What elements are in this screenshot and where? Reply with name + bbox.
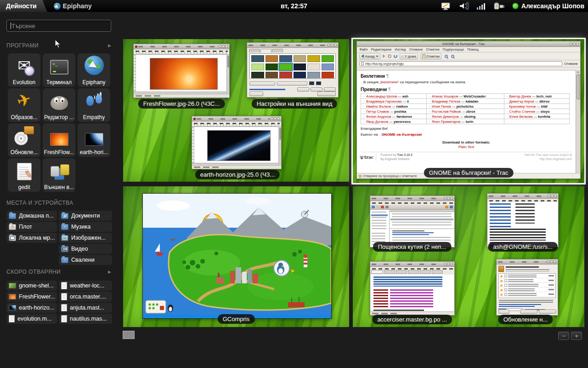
app-tile[interactable]: Обновле... xyxy=(8,123,40,157)
translator-name: Владимир Петков xyxy=(432,99,465,104)
expand-arrow-icon[interactable]: ▶ xyxy=(108,270,111,274)
app-label: Терминал xyxy=(46,79,72,86)
translator-cell: → Петър Славов peshka xyxy=(361,109,427,114)
window-buttons xyxy=(547,260,556,263)
window-gedit-po-file[interactable] xyxy=(370,261,455,316)
wallpaper-thumbnail xyxy=(322,55,334,62)
place-label: Документи xyxy=(71,213,110,219)
download-block: Download in other formats: Plain Text xyxy=(361,140,572,149)
recent-item[interactable]: earth-horizo... xyxy=(6,303,57,313)
recent-item[interactable]: orca.master.... xyxy=(59,292,112,302)
window-appearance-settings[interactable] xyxy=(247,42,339,98)
wallpaper-thumbnail xyxy=(294,72,306,79)
app-tile[interactable]: gedit xyxy=(8,158,40,192)
mouse-cursor xyxy=(55,39,62,49)
app-tile[interactable]: Образов... xyxy=(8,88,40,122)
statusbar xyxy=(134,94,229,98)
window-epiphany-trac[interactable]: GNOME на български! - Trac ФайлРедактира… xyxy=(356,41,581,179)
place-item[interactable]: Плот xyxy=(6,222,57,232)
app-menu-button[interactable]: Epiphany xyxy=(54,2,92,10)
user-menu[interactable]: Александър Шопов xyxy=(513,2,584,10)
place-item[interactable]: Музика xyxy=(59,222,112,232)
app-tile[interactable]: earth-hori... xyxy=(78,123,110,157)
activities-button[interactable]: Дейности xyxy=(0,0,47,12)
volume-icon[interactable] xyxy=(459,2,469,10)
place-item[interactable]: Видео xyxy=(59,244,112,254)
window-gimp-earth[interactable] xyxy=(192,116,282,169)
remove-workspace-button[interactable]: − xyxy=(558,332,569,340)
battery-icon[interactable] xyxy=(494,2,505,10)
recent-item[interactable]: nautilus.mas... xyxy=(59,314,112,324)
window-terminal[interactable] xyxy=(487,193,559,247)
help-button xyxy=(249,92,263,96)
window-update-manager[interactable] xyxy=(496,259,558,316)
place-label: Изображен... xyxy=(71,235,110,241)
translator-nick: picholicho xyxy=(456,104,474,109)
place-item[interactable]: Домашна п... xyxy=(6,211,57,221)
search-box[interactable] xyxy=(6,20,111,32)
places-col-1: Домашна п... Плот Локална мр... xyxy=(6,211,57,265)
translator-name: Юлия Велкова xyxy=(509,115,537,119)
workspace-4[interactable]: Пощенска кутия (2 неп... ash@GNOME:/usr/… xyxy=(353,186,584,327)
external-link-icon: → xyxy=(428,120,431,123)
app-tile[interactable]: Epiphany xyxy=(78,53,110,87)
window-buttons xyxy=(271,117,280,120)
app-label: Evolution xyxy=(13,79,35,86)
place-label: Домашна п... xyxy=(19,213,55,219)
app-tile[interactable]: FreshFlow... xyxy=(43,123,75,157)
window-titlebar xyxy=(487,194,558,199)
page-content: Бюлетини ¶ В секция „Бюлетини“ са период… xyxy=(357,70,576,173)
wallpaper-thumbnail xyxy=(294,55,306,62)
app-icon xyxy=(50,133,68,146)
network-signal-icon[interactable] xyxy=(477,3,486,10)
external-link-icon: → xyxy=(362,95,365,98)
get-more-link xyxy=(249,89,285,90)
team-link: GNOME на български! xyxy=(382,132,422,137)
recent-item[interactable]: gnome-shel... xyxy=(6,281,57,291)
translator-cell: → Илия Пенев picholicho xyxy=(427,104,504,109)
translator-nick: dkirov xyxy=(539,99,550,104)
display-settings-icon[interactable] xyxy=(441,2,451,10)
expand-arrow-icon[interactable]: ▶ xyxy=(108,43,111,48)
add-workspace-button[interactable]: + xyxy=(571,332,582,340)
app-tile[interactable]: Редактор ... xyxy=(43,88,75,122)
toolbar xyxy=(370,205,454,210)
folder-icon xyxy=(61,224,68,230)
url-text: http://fsa-bg.org/project/gtp xyxy=(365,62,404,65)
place-item[interactable]: Локална мр... xyxy=(6,233,57,243)
workspace-3[interactable]: GCompris xyxy=(123,186,349,327)
recent-item[interactable]: evolution.m... xyxy=(6,314,57,324)
workspace-1[interactable]: FreshFlower.jpg-26.0 (ЧЗС... xyxy=(123,39,349,182)
wallpaper-thumbnail xyxy=(251,72,264,79)
section-header-recent: СКОРО ОТВАРЯНИ ▶ xyxy=(6,269,111,275)
window-evolution-mail[interactable] xyxy=(370,196,455,247)
wallpaper-thumbnail xyxy=(266,63,278,70)
app-tile[interactable]: Външен в... xyxy=(43,158,75,192)
file-icon xyxy=(61,304,67,311)
page-heading-1: Бюлетини ¶ xyxy=(361,73,572,79)
place-item[interactable]: Документи xyxy=(59,211,112,221)
translator-name: Атанас Кошаров xyxy=(432,94,463,98)
app-tile[interactable]: Empathy xyxy=(78,88,110,122)
wallpaper-grid-area xyxy=(249,53,336,79)
window-titlebar xyxy=(134,44,229,49)
folder-icon xyxy=(9,224,16,230)
place-item[interactable]: Свалени xyxy=(59,255,112,265)
workspace-2-active[interactable]: GNOME на български! - Trac ФайлРедактира… xyxy=(353,39,584,183)
clock[interactable]: вт, 22:57 xyxy=(281,2,307,10)
recent-item[interactable]: anjuta.mast... xyxy=(59,303,112,313)
app-tile[interactable]: Evolution xyxy=(8,53,40,87)
recent-item[interactable]: weather-loc... xyxy=(59,281,112,291)
file-icon xyxy=(61,293,67,300)
link-line xyxy=(392,232,434,233)
workspace-indicator[interactable] xyxy=(123,331,135,339)
comment-lines xyxy=(373,276,442,287)
recent-item[interactable]: FreshFlower... xyxy=(6,292,57,302)
window-gimp-freshflower[interactable] xyxy=(133,44,230,98)
recent-label: earth-horizo... xyxy=(19,305,55,311)
translator-nick: ii xyxy=(407,99,409,104)
app-tile[interactable]: Терминал xyxy=(43,53,75,87)
window-gcompris[interactable] xyxy=(142,193,332,319)
place-item[interactable]: Изображен... xyxy=(59,233,112,243)
search-input[interactable] xyxy=(11,23,107,29)
